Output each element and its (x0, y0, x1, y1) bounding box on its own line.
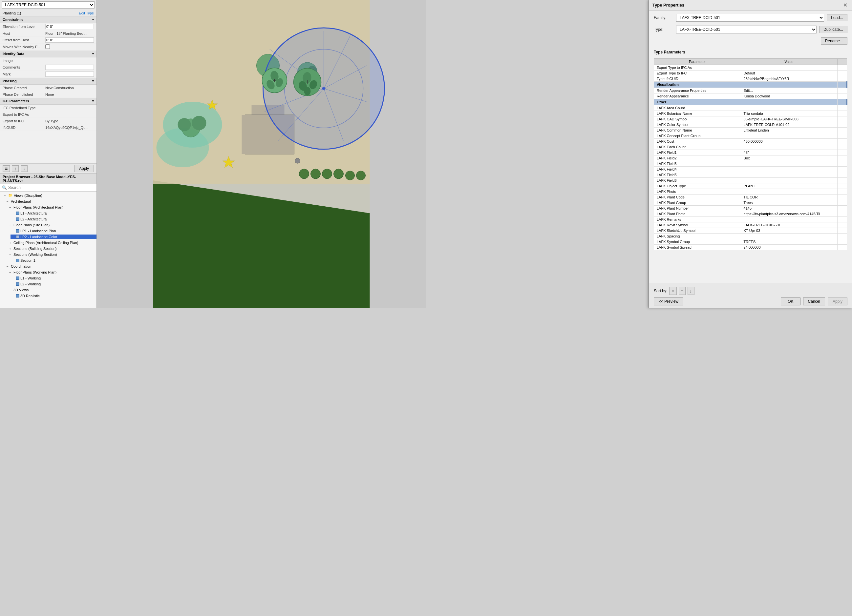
svg-point-39 (304, 87, 311, 95)
prop-export-to-ifc-as: Export to IFC As (0, 111, 97, 118)
tree-item-l1-working[interactable]: L1 - Working (0, 275, 97, 281)
edit-type-link[interactable]: Edit Type (79, 11, 94, 15)
svg-point-5 (157, 128, 209, 167)
properties-panel: Constraints ▾ Elevation from Level Host … (0, 17, 97, 163)
svg-point-41 (311, 169, 321, 179)
view-icon-l2-arch (16, 217, 20, 221)
tree-item-floor-plans-working[interactable]: − Floor Plans (Working Plan) (0, 269, 97, 275)
svg-point-15 (178, 118, 191, 131)
view-icon-lp2 (16, 235, 20, 238)
tree-item-lp1[interactable]: LP1 - Landscape Plan (0, 228, 97, 234)
tree-item-sections-building[interactable]: + Sections (Building Section) (0, 245, 97, 252)
svg-point-46 (295, 158, 300, 163)
offset-input[interactable] (45, 38, 94, 43)
view-icon-l1-arch (16, 212, 20, 215)
tree-item-architectural[interactable]: − Architectural (0, 199, 97, 204)
search-box: 🔍 (0, 184, 97, 191)
project-browser: Project Browser - 25-Site Base Model-YES… (0, 173, 97, 308)
browser-title: Project Browser - 25-Site Base Model-YES… (0, 174, 97, 184)
landscape-view (97, 0, 426, 308)
view-icon-l1-working (16, 277, 20, 280)
svg-point-44 (346, 171, 355, 180)
apply-button-left[interactable]: Apply (74, 165, 94, 172)
tree-item-l2-arch[interactable]: L2 - Architectural (0, 216, 97, 222)
tree-item-l2-working[interactable]: L2 - Working (0, 281, 97, 287)
prop-export-to-ifc: Export to IFC By Type (0, 118, 97, 124)
left-panel: LAFX-TREE-DCID-501 Planting (1) Edit Typ… (0, 0, 97, 308)
svg-point-42 (322, 169, 332, 179)
tree-view: −📁 Views (Discipline) − Architectural − … (0, 191, 97, 308)
prop-host: Host Floor : 18" Planting Bed ... (0, 30, 97, 37)
tree-item-ceiling-plans[interactable]: + Ceiling Plans (Architectural Ceiling P… (0, 240, 97, 245)
view-icon-l2-working (16, 282, 20, 286)
center-viewport[interactable] (97, 0, 426, 308)
sort-descending-btn[interactable]: ↓ (21, 165, 27, 172)
family-selector-row: LAFX-TREE-DCID-501 (0, 0, 97, 10)
prop-elevation-from-level: Elevation from Level (0, 23, 97, 30)
svg-point-45 (357, 171, 366, 180)
prop-ifcguid: IfcGUID 14xXAQyc9CQP1vjz_Qo... (0, 124, 97, 131)
elevation-input[interactable] (45, 24, 94, 29)
sort-ascending-btn[interactable]: ↑ (12, 165, 19, 172)
comments-input[interactable] (45, 65, 94, 70)
instance-label: Planting (1) (3, 11, 21, 15)
prop-moves-with: Moves With Nearby El... (0, 44, 97, 51)
view-icon-3d-realistic (16, 294, 20, 298)
svg-point-43 (334, 169, 344, 179)
search-icon: 🔍 (2, 185, 7, 190)
tree-item-sections-working[interactable]: − Sections (Working Section) (0, 252, 97, 258)
view-icon-section1 (16, 259, 20, 262)
mark-input[interactable] (45, 71, 94, 77)
svg-point-40 (299, 169, 309, 179)
section-ifc-parameters[interactable]: IFC Parameters ▾ (0, 98, 97, 105)
svg-point-14 (192, 116, 207, 130)
tree-item-3d-views[interactable]: − 3D Views (0, 287, 97, 293)
prop-comments: Comments (0, 64, 97, 71)
section-identity-data[interactable]: Identity Data ▾ (0, 51, 97, 57)
prop-ifc-predefined-type: IFC Predefined Type (0, 105, 97, 111)
prop-offset-from-host: Offset from Host (0, 37, 97, 44)
moves-checkbox[interactable] (45, 44, 50, 49)
view-icon-lp1 (16, 229, 20, 233)
tree-item-views-discipline[interactable]: −📁 Views (Discipline) (0, 192, 97, 199)
tree-item-section1[interactable]: Section 1 (0, 258, 97, 264)
tree-item-floor-plans-site[interactable]: − Floor Plans (Site Plan) (0, 222, 97, 228)
search-input[interactable] (8, 185, 95, 190)
section-phasing[interactable]: Phasing ▾ (0, 78, 97, 84)
tree-item-lp2[interactable]: LP2 - Landscape Color (0, 234, 97, 240)
tree-item-3d-realistic[interactable]: 3D Realistic (0, 293, 97, 299)
tree-item-coordination[interactable]: − Coordination (0, 264, 97, 269)
prop-phase-created: Phase Created New Construction (0, 84, 97, 91)
prop-mark: Mark (0, 71, 97, 78)
tree-item-l1-arch[interactable]: L1 - Architectural (0, 210, 97, 216)
prop-phase-demolished: Phase Demolished None (0, 91, 97, 98)
prop-image: Image (0, 57, 97, 64)
sort-alpha-btn[interactable]: ≡ (3, 165, 10, 172)
tree-item-floor-plans-arch[interactable]: − Floor Plans (Architectural Plan) (0, 204, 97, 210)
section-constraints[interactable]: Constraints ▾ (0, 17, 97, 23)
family-dropdown[interactable]: LAFX-TREE-DCID-501 (2, 1, 95, 9)
properties-toolbar: ≡ ↑ ↓ Apply (0, 163, 97, 173)
